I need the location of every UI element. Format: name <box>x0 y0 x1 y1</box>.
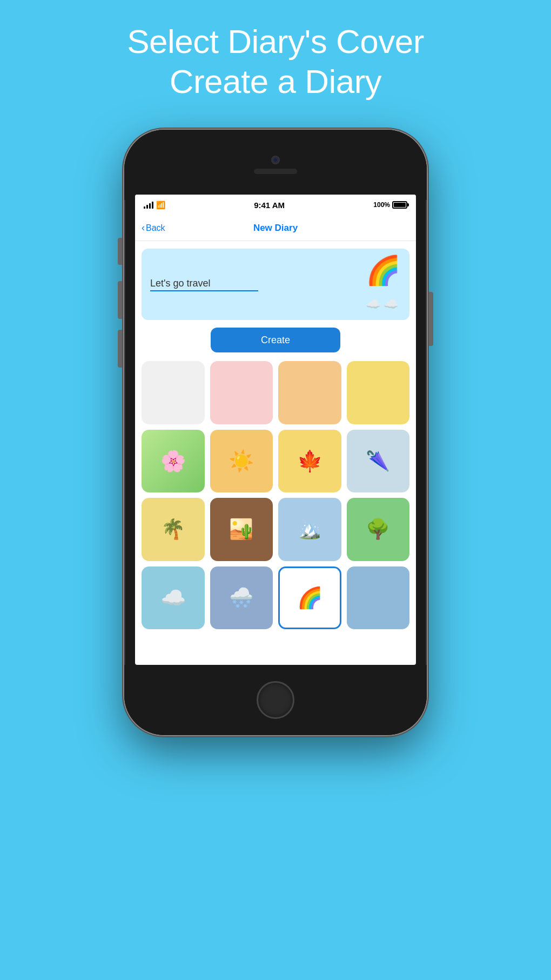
status-bar: 📶 9:41 AM 100% <box>135 195 416 215</box>
battery-icon <box>392 201 407 209</box>
tree-icon: 🌳 <box>366 518 390 541</box>
maple-icon: 🍁 <box>297 449 322 473</box>
status-time: 9:41 AM <box>254 201 285 210</box>
status-right: 100% <box>373 201 407 209</box>
cover-grid: 🌸 ☀️ 🍁 🌂 🌴 🏜️ 🏔️ 🌳 <box>135 361 416 629</box>
cover-item-white[interactable] <box>142 361 205 424</box>
palm-icon: 🌴 <box>161 518 185 541</box>
cover-item-cloud-rain[interactable]: 🌨️ <box>210 566 273 630</box>
status-left: 📶 <box>144 201 165 209</box>
cloud-rain-icon: 🌨️ <box>229 586 253 609</box>
sun-icon: ☀️ <box>229 449 254 473</box>
home-button[interactable] <box>257 681 294 719</box>
cover-item-pink[interactable] <box>210 361 273 424</box>
headline-line1: Select Diary's Cover <box>0 22 551 62</box>
cover-item-sun[interactable]: ☀️ <box>210 430 273 493</box>
phone-bottom <box>124 665 427 735</box>
nav-bar: ‹ Back New Diary <box>135 215 416 241</box>
phone-screen: 📶 9:41 AM 100% ‹ Back New Diary 🌈☁️ ☁️ <box>135 195 416 665</box>
cover-item-cloud-happy[interactable]: ☁️ <box>142 566 205 630</box>
cover-item-partial-red[interactable]: 🌂 <box>347 430 410 493</box>
wifi-icon: 📶 <box>156 201 165 209</box>
rainbow-cover-preview: 🌈☁️ ☁️ <box>366 256 401 312</box>
cover-item-desert[interactable]: 🏜️ <box>210 498 273 561</box>
cloud-happy-icon: ☁️ <box>160 586 186 610</box>
mountain-icon: 🏔️ <box>298 518 321 540</box>
cover-item-yellow[interactable] <box>347 361 410 424</box>
back-label: Back <box>146 223 165 233</box>
cover-item-palm[interactable]: 🌴 <box>142 498 205 561</box>
headline: Select Diary's Cover Create a Diary <box>0 0 551 102</box>
cover-item-rainbow[interactable]: 🌈 <box>278 566 341 630</box>
battery-fill <box>394 203 406 207</box>
chevron-left-icon: ‹ <box>142 222 145 234</box>
front-camera <box>271 156 280 164</box>
diary-name-input[interactable] <box>150 278 258 291</box>
cover-item-peach[interactable] <box>278 361 341 424</box>
earpiece-speaker <box>254 169 297 174</box>
cover-item-mountain[interactable]: 🏔️ <box>278 498 341 561</box>
cover-item-maple[interactable]: 🍁 <box>278 430 341 493</box>
headline-line2: Create a Diary <box>0 62 551 102</box>
desert-icon: 🏜️ <box>229 518 253 541</box>
volume-up-button <box>118 281 122 319</box>
cover-item-flower[interactable]: 🌸 <box>142 430 205 493</box>
mute-button <box>118 238 122 265</box>
phone-top-bar <box>124 130 427 200</box>
create-button[interactable]: Create <box>211 328 340 352</box>
power-button <box>429 292 433 346</box>
partial-red-icon: 🌂 <box>366 450 390 472</box>
rainbow-icon: 🌈 <box>297 586 322 610</box>
phone-shell: 📶 9:41 AM 100% ‹ Back New Diary 🌈☁️ ☁️ <box>124 130 427 735</box>
signal-bars <box>144 201 153 209</box>
battery-percent: 100% <box>373 201 390 209</box>
flower-icon: 🌸 <box>160 449 186 473</box>
diary-input-area: 🌈☁️ ☁️ <box>142 249 409 320</box>
back-button[interactable]: ‹ Back <box>142 222 165 234</box>
cover-item-tree[interactable]: 🌳 <box>347 498 410 561</box>
volume-down-button <box>118 330 122 368</box>
cover-item-partial2[interactable] <box>347 566 410 630</box>
nav-title: New Diary <box>253 223 298 234</box>
